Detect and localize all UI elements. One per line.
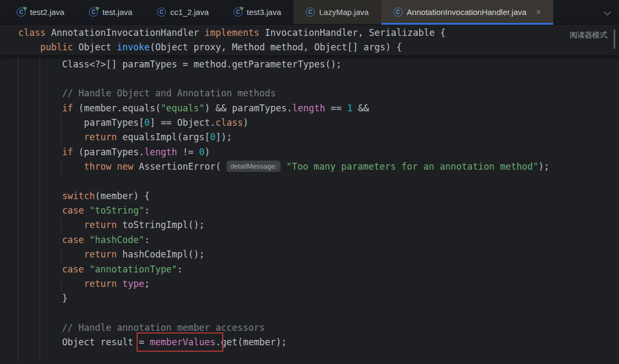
java-class-icon: C (233, 7, 243, 17)
code-token: // Handle Object and Annotation methods (18, 88, 276, 98)
code-token: if (18, 147, 73, 157)
code-token: : (144, 234, 149, 245)
code-token: switch (18, 191, 95, 201)
code-token: ; (144, 278, 149, 289)
tab-test-java[interactable]: Ctest.java (77, 0, 145, 24)
code-token: InvocationHandler, Serializable { (259, 27, 446, 38)
code-token: (member) { (95, 191, 149, 201)
code-line[interactable]: switch(member) { (0, 189, 619, 203)
code-token: Object (73, 42, 117, 52)
code-line[interactable] (0, 174, 619, 188)
tab-label: test.java (102, 7, 132, 17)
code-token: case (18, 205, 84, 216)
code-token: .get(member); (215, 337, 286, 347)
code-token: length (292, 103, 325, 113)
java-class-icon: C (306, 7, 315, 17)
code-token: 0 (144, 117, 149, 128)
code-token: && (352, 103, 369, 113)
code-line[interactable]: return toStringImpl(); (0, 218, 619, 232)
code-token (18, 42, 40, 52)
code-token: if (18, 103, 73, 113)
code-token: // Handle annotation member accessors (18, 322, 265, 333)
code-token (111, 161, 117, 172)
code-token: equalsImpl(args[ (117, 132, 210, 142)
code-token: } (18, 293, 67, 304)
tab-label: test2.java (30, 7, 64, 17)
code-token: (Object proxy, Method method, Object[] a… (150, 42, 402, 52)
code-token: class (215, 117, 243, 128)
code-token (281, 161, 286, 172)
run-badge-icon (239, 6, 244, 11)
code-line[interactable]: // Handle annotation member accessors (0, 321, 619, 335)
code-token (84, 234, 89, 245)
code-line[interactable]: Object result = memberValues.get(member)… (0, 335, 619, 350)
code-token: ]); (215, 132, 232, 142)
code-token: 0 (210, 132, 215, 142)
sticky-code-line[interactable]: class AnnotationInvocationHandler implem… (0, 26, 619, 40)
tab-label: LazyMap.java (319, 7, 369, 17)
code-token: Object result = (18, 337, 150, 347)
code-token: != (177, 147, 199, 157)
code-token: "annotationType" (89, 264, 177, 275)
code-token: implements (205, 27, 259, 38)
chevron-down-icon[interactable] (605, 10, 610, 15)
code-token: return (18, 278, 117, 289)
code-token: : (144, 205, 149, 216)
code-token: "toString" (89, 205, 144, 216)
code-token: hashCodeImpl(); (117, 249, 205, 260)
code-token: class (18, 27, 46, 38)
code-token: return (18, 249, 117, 260)
code-token: throw (18, 161, 111, 172)
code-line[interactable]: if (paramTypes.length != 0) (0, 145, 619, 160)
code-line[interactable]: paramTypes[0] == Object.class) (0, 116, 619, 130)
code-token: public (40, 42, 73, 52)
code-token: : (177, 264, 183, 275)
code-line[interactable]: Class<?>[] paramTypes = method.getParame… (0, 57, 619, 72)
reader-mode-label[interactable]: 阅读器模式 (570, 31, 607, 40)
code-editor[interactable]: Class<?>[] paramTypes = method.getParame… (0, 56, 619, 364)
code-token: ] == Object. (150, 117, 216, 128)
java-class-icon: C (89, 7, 98, 17)
code-line[interactable]: throw new AssertionError( detailMessage:… (0, 160, 619, 174)
tab-cc1-2-java[interactable]: Ccc1_2.java (145, 0, 221, 24)
close-icon[interactable]: × (536, 8, 541, 17)
tab-lazymap-java[interactable]: CLazyMap.java (293, 0, 381, 24)
code-token: return (18, 219, 117, 230)
code-line[interactable]: return hashCodeImpl(); (0, 247, 619, 262)
code-token (117, 278, 122, 289)
code-token: paramTypes[ (18, 117, 144, 128)
code-line[interactable]: return equalsImpl(args[0]); (0, 130, 619, 145)
tab-annotationinvocationhandler-java[interactable]: CAnnotationInvocationHandler.java× (381, 0, 554, 24)
tab-label: test3.java (247, 7, 281, 17)
code-token: length (144, 147, 177, 157)
java-class-icon: C (17, 7, 26, 17)
code-token: ) (205, 147, 210, 157)
code-line[interactable] (0, 72, 619, 86)
tab-test3-java[interactable]: Ctest3.java (221, 0, 293, 24)
code-token: memberValues (150, 337, 216, 347)
code-line[interactable]: } (0, 291, 619, 306)
tab-test2-java[interactable]: Ctest2.java (4, 0, 77, 24)
code-token: ) (243, 117, 248, 128)
code-token: 0 (199, 147, 205, 157)
code-token: "equals" (161, 103, 205, 113)
code-token: "Too many parameters for an annotation m… (286, 161, 539, 172)
code-line[interactable]: return type; (0, 277, 619, 291)
code-token: ) && paramTypes. (205, 103, 292, 113)
code-token: ); (538, 161, 549, 172)
code-line[interactable]: if (member.equals("equals") && paramType… (0, 101, 619, 116)
code-line[interactable]: case "toString": (0, 203, 619, 218)
code-line[interactable]: // Handle Object and Annotation methods (0, 86, 619, 101)
run-badge-icon (22, 6, 27, 11)
code-line[interactable]: case "annotationType": (0, 262, 619, 277)
sticky-code-line[interactable]: public Object invoke(Object proxy, Metho… (0, 40, 619, 55)
tab-label: AnnotationInvocationHandler.java (407, 7, 527, 17)
code-line[interactable]: case "hashCode": (0, 233, 619, 247)
code-token: (paramTypes. (73, 147, 144, 157)
code-token: invoke (117, 42, 149, 52)
scrollbar-thumb[interactable] (614, 29, 615, 49)
code-line[interactable] (0, 306, 619, 321)
code-token: AssertionError( (133, 161, 227, 172)
run-badge-icon (95, 6, 100, 11)
parameter-hint[interactable]: detailMessage: (227, 161, 281, 172)
